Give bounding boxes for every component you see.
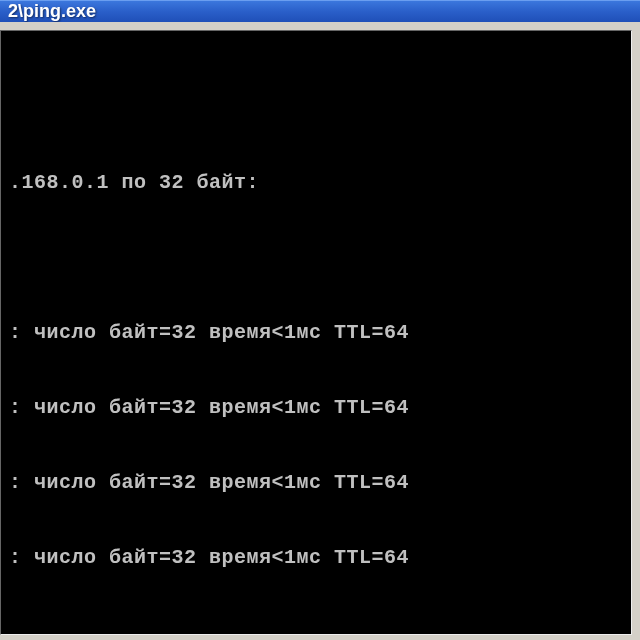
ping-header: .168.0.1 по 32 байт: — [9, 170, 623, 195]
console-output[interactable]: .168.0.1 по 32 байт: : число байт=32 вре… — [0, 30, 632, 635]
console-frame: .168.0.1 по 32 байт: : число байт=32 вре… — [0, 22, 640, 640]
ping-reply-line: : число байт=32 время<1мс TTL=64 — [9, 320, 623, 345]
ping-reply-line: : число байт=32 время<1мс TTL=64 — [9, 545, 623, 570]
ping-reply-line: : число байт=32 время<1мс TTL=64 — [9, 470, 623, 495]
window: 2\ping.exe .168.0.1 по 32 байт: : число … — [0, 0, 640, 640]
blank-line — [9, 245, 623, 270]
titlebar[interactable]: 2\ping.exe — [0, 0, 640, 22]
ping-reply-line: : число байт=32 время<1мс TTL=64 — [9, 395, 623, 420]
window-title: 2\ping.exe — [8, 1, 96, 22]
blank-line — [9, 95, 623, 120]
